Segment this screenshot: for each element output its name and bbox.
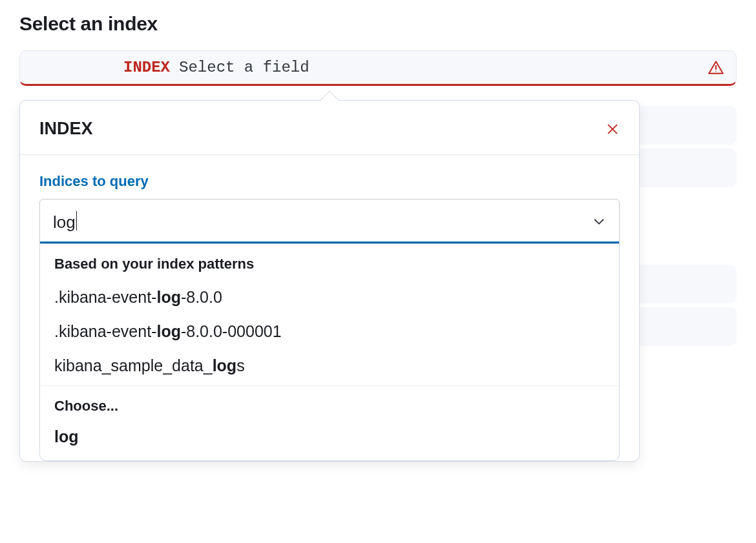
field-label-indices: Indices to query (39, 173, 620, 190)
chevron-down-icon[interactable] (592, 214, 606, 229)
warning-icon (708, 59, 724, 76)
option-match: log (156, 288, 181, 306)
option-post: -8.0.0 (181, 288, 222, 306)
index-option[interactable]: .kibana-event-log-8.0.0-000001 (40, 314, 619, 349)
free-text-option[interactable]: log (40, 422, 619, 460)
option-pre: .kibana-event- (54, 288, 156, 306)
options-list: Based on your index patterns .kibana-eve… (39, 244, 620, 461)
index-option[interactable]: .kibana-event-log-8.0.0 (40, 280, 619, 314)
index-popup: INDEX Indices to query log (19, 100, 640, 462)
combobox-value: log (53, 211, 77, 232)
option-post: s (236, 356, 245, 374)
query-placeholder: Select a field (179, 59, 310, 76)
option-match: log (156, 322, 181, 340)
query-keyword: INDEX (123, 59, 170, 76)
option-group-header: Choose... (40, 386, 619, 422)
option-match: log (213, 356, 237, 374)
indices-combobox[interactable]: log (39, 199, 620, 244)
close-icon[interactable] (605, 122, 620, 136)
popup-title: INDEX (39, 119, 93, 139)
page-title: Select an index (19, 13, 737, 35)
svg-point-1 (715, 70, 716, 71)
option-pre: kibana_sample_data_ (54, 356, 213, 374)
combobox-text: log (53, 212, 76, 232)
query-bar[interactable]: INDEX Select a field (19, 50, 737, 86)
index-option[interactable]: kibana_sample_data_logs (40, 349, 619, 383)
option-group-header: Based on your index patterns (40, 244, 619, 280)
text-cursor (76, 211, 77, 231)
option-post: -8.0.0-000001 (181, 322, 282, 340)
option-pre: .kibana-event- (54, 322, 156, 340)
